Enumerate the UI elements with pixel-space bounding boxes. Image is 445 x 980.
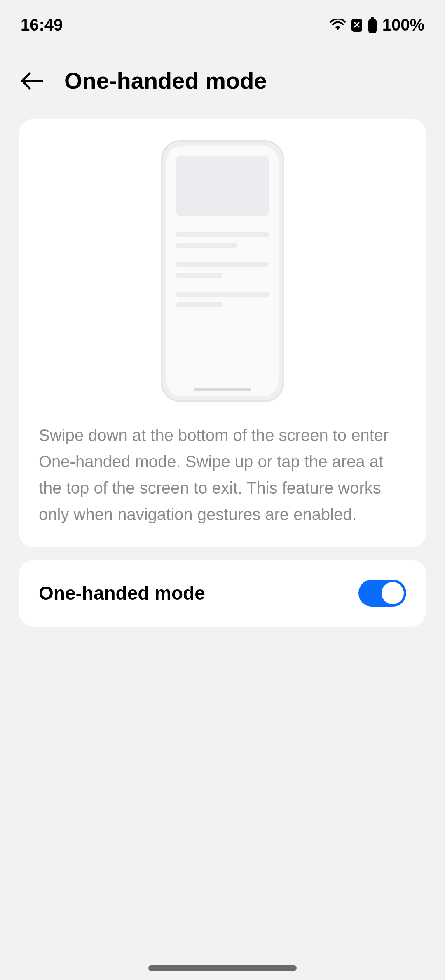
battery-text: 100%	[382, 16, 424, 34]
toggle-label: One-handed mode	[39, 582, 205, 604]
one-handed-mode-switch[interactable]	[358, 580, 406, 607]
status-time: 16:49	[21, 16, 63, 34]
page-title: One-handed mode	[64, 67, 267, 94]
info-card: Swipe down at the bottom of the screen t…	[19, 119, 426, 547]
status-right: 100%	[330, 16, 424, 34]
toggle-row[interactable]: One-handed mode	[19, 560, 426, 627]
wifi-icon	[330, 19, 346, 32]
status-bar: 16:49 100%	[0, 0, 445, 42]
svg-rect-1	[371, 17, 374, 19]
sim-card-icon	[351, 18, 363, 32]
phone-mock	[161, 140, 284, 402]
header: One-handed mode	[0, 42, 445, 119]
svg-rect-2	[368, 19, 377, 33]
back-button[interactable]	[21, 72, 44, 90]
battery-icon	[368, 17, 377, 33]
gesture-bar[interactable]	[148, 965, 297, 971]
illustration	[39, 139, 406, 422]
info-description: Swipe down at the bottom of the screen t…	[39, 422, 406, 528]
